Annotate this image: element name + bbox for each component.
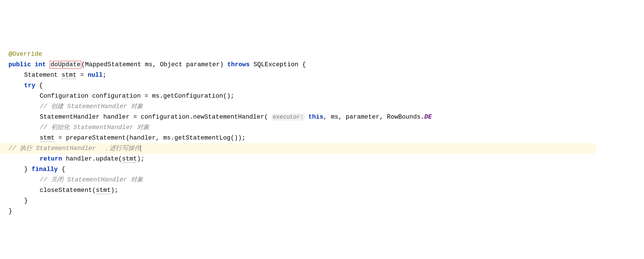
handler-var: handler [103, 114, 129, 121]
text-cursor [141, 145, 141, 152]
decl-type: Statement [24, 72, 58, 79]
keyword-public: public [9, 61, 31, 68]
keyword-this: this [308, 114, 323, 121]
close-suffix: ); [111, 187, 118, 194]
return-expr-prefix: handler.update( [62, 155, 122, 162]
code-editor[interactable]: @Overridepublic int doUpdate(MappedState… [9, 49, 635, 217]
return-arg: stmt [122, 155, 137, 163]
close-prefix: closeStatement( [40, 187, 96, 194]
close-arg: stmt [96, 187, 111, 194]
param-type-2: Object [160, 61, 182, 68]
conf-expr: = ms.getConfiguration(); [141, 93, 234, 100]
conf-type: Configuration [40, 93, 88, 100]
return-expr-suffix: ); [137, 155, 144, 162]
stmt-assign: = prepareStatement(handler, ms.getStatem… [55, 134, 245, 142]
handler-type: StatementHandler [40, 114, 99, 121]
comment-init: // 初始化 StatementHandler 对象 [40, 124, 149, 131]
keyword-int: int [35, 61, 46, 68]
stmt-var: stmt [40, 134, 55, 142]
keyword-null: null [88, 72, 103, 79]
static-field-rowbounds: DE [424, 114, 432, 121]
keyword-try: try [24, 82, 35, 89]
keyword-throws: throws [227, 61, 250, 68]
handler-args: , ms, parameter, RowBounds. [323, 114, 424, 121]
keyword-finally: finally [31, 166, 58, 173]
decl-var: stmt [62, 72, 77, 79]
conf-var: configuration [92, 93, 141, 100]
comment-create: // 创建 StatementHandler 对象 [40, 103, 143, 110]
param-name-2: parameter [186, 61, 220, 68]
param-name-1: ms [145, 61, 152, 68]
handler-prefix: = configuration.newStatementHandler( [130, 114, 268, 121]
param-hint-executor: executor: [272, 114, 305, 121]
keyword-return: return [40, 155, 62, 162]
comment-execute: // 执行 StatementHandler ，进行写操作 [9, 145, 141, 152]
comment-close: // 关闭 StatementHandler 对象 [40, 176, 143, 183]
method-name-highlight: doUpdate [50, 61, 81, 69]
current-line-highlight: // 执行 StatementHandler ，进行写操作 [0, 143, 596, 154]
param-type-1: MappedStatement [85, 61, 141, 68]
exception-type: SQLException [253, 61, 298, 68]
annotation-override: @Override [9, 51, 42, 58]
